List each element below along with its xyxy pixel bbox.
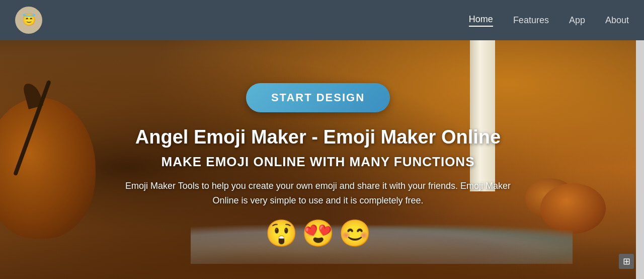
nav-about[interactable]: About: [605, 15, 629, 26]
hero-subtitle: MAKE EMOJI ONLINE WITH MANY FUNCTIONS: [162, 154, 475, 170]
emoji-2: 😍: [302, 220, 335, 246]
nav-links: Home Features App About: [469, 14, 629, 27]
hero-content: START DESIGN Angel Emoji Maker - Emoji M…: [0, 40, 636, 279]
scrollbar[interactable]: [636, 0, 644, 279]
nav-features[interactable]: Features: [513, 15, 549, 26]
emoji-1: 😲: [265, 220, 298, 246]
hero-description: Emoji Maker Tools to help you create you…: [117, 179, 519, 208]
navbar: 😇 Home Features App About: [0, 0, 644, 40]
logo[interactable]: 😇: [15, 7, 42, 34]
emoji-3: 😊: [339, 220, 371, 246]
logo-icon: 😇: [15, 7, 42, 34]
bottom-box-icon[interactable]: [619, 254, 634, 269]
emoji-showcase: 😲 😍 😊: [265, 220, 371, 246]
nav-app[interactable]: App: [569, 15, 585, 26]
nav-home[interactable]: Home: [469, 14, 493, 27]
hero-title: Angel Emoji Maker - Emoji Maker Online: [135, 126, 501, 148]
start-design-button[interactable]: START DESIGN: [246, 83, 390, 112]
